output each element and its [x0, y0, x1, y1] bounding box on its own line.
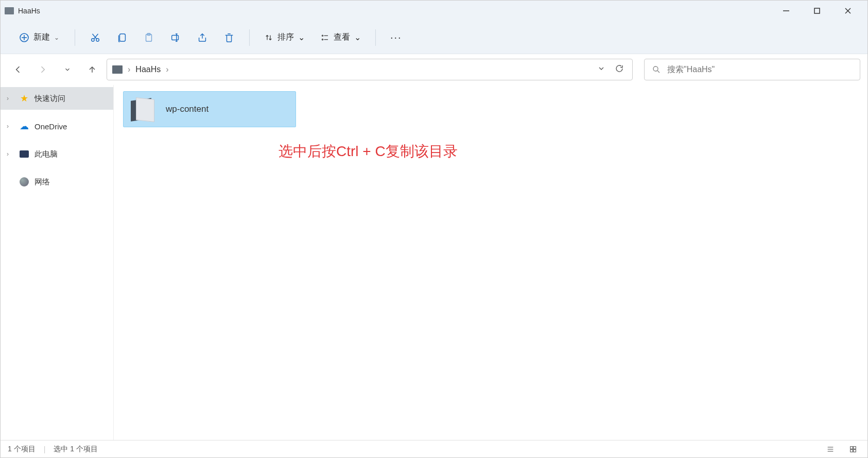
rename-button[interactable]: [165, 27, 186, 48]
svg-line-24: [657, 71, 659, 73]
chevron-down-icon: ⌄: [354, 32, 361, 42]
svg-rect-1: [814, 8, 820, 13]
sort-label: 排序: [277, 32, 294, 43]
chevron-down-icon: ⌄: [298, 32, 305, 42]
close-button[interactable]: [832, 1, 863, 21]
sidebar-item-quick-access[interactable]: › ★ 快速访问: [1, 87, 113, 110]
window-folder-icon: [5, 7, 14, 14]
navigation-pane: › ★ 快速访问 › ☁ OneDrive › 此电脑 网络: [1, 85, 114, 440]
details-view-button[interactable]: [823, 443, 838, 455]
sidebar-item-label: 快速访问: [34, 94, 65, 104]
sort-button[interactable]: 排序 ⌄: [259, 27, 310, 48]
sidebar-item-onedrive[interactable]: › ☁ OneDrive: [1, 115, 113, 138]
chevron-right-icon: ›: [7, 123, 14, 130]
breadcrumb-current[interactable]: HaaHs: [135, 65, 161, 74]
toolbar-separator: [75, 29, 75, 46]
forward-button[interactable]: [32, 59, 53, 80]
star-icon: ★: [19, 93, 29, 104]
view-label: 查看: [334, 32, 350, 43]
sidebar-item-network[interactable]: 网络: [1, 171, 113, 193]
more-button[interactable]: ···: [385, 31, 407, 43]
title-bar: HaaHs: [1, 1, 867, 21]
cut-button[interactable]: [84, 27, 106, 48]
chevron-down-icon: ⌄: [54, 34, 59, 41]
paste-button[interactable]: [138, 27, 160, 48]
svg-point-20: [322, 39, 323, 40]
icons-view-button[interactable]: [846, 443, 860, 455]
annotation-text: 选中后按Ctrl + C复制该目录: [279, 142, 458, 161]
chevron-right-icon: ›: [7, 95, 14, 102]
minimize-button[interactable]: [771, 1, 802, 21]
folder-name: wp-content: [166, 104, 209, 114]
globe-icon: [19, 177, 29, 187]
sidebar-item-this-pc[interactable]: › 此电脑: [1, 143, 113, 165]
new-label: 新建: [33, 32, 50, 43]
address-bar[interactable]: › HaaHs ›: [107, 59, 633, 80]
explorer-body: › ★ 快速访问 › ☁ OneDrive › 此电脑 网络 wp-conten: [1, 85, 867, 440]
folder-item-wp-content[interactable]: wp-content: [123, 91, 296, 127]
breadcrumb-separator: ›: [166, 65, 168, 74]
sidebar-item-label: 此电脑: [34, 149, 58, 159]
nav-bar: › HaaHs ›: [1, 54, 867, 85]
content-pane[interactable]: wp-content 选中后按Ctrl + C复制该目录: [114, 85, 867, 440]
svg-rect-29: [854, 446, 856, 449]
recent-locations-button[interactable]: [57, 59, 78, 80]
item-count: 1 个项目: [8, 445, 36, 454]
toolbar-separator: [375, 29, 376, 46]
sidebar-item-label: OneDrive: [34, 122, 67, 131]
view-button[interactable]: 查看 ⌄: [315, 27, 366, 48]
selection-count: 选中 1 个项目: [54, 445, 98, 454]
sidebar-item-label: 网络: [34, 177, 50, 187]
search-input[interactable]: [667, 65, 853, 74]
new-button[interactable]: 新建 ⌄: [13, 27, 65, 48]
svg-rect-31: [854, 449, 856, 452]
svg-rect-14: [172, 35, 179, 40]
share-button[interactable]: [192, 27, 213, 48]
chevron-right-icon: ›: [7, 150, 14, 158]
delete-button[interactable]: [218, 27, 240, 48]
toolbar-separator: [249, 29, 250, 46]
search-icon: [652, 65, 661, 74]
cloud-icon: ☁: [19, 121, 29, 131]
maximize-button[interactable]: [802, 1, 832, 21]
back-button[interactable]: [8, 59, 28, 80]
svg-rect-11: [119, 33, 125, 41]
refresh-button[interactable]: [615, 64, 624, 75]
folder-icon: [129, 96, 157, 122]
search-box[interactable]: [644, 59, 860, 80]
status-bar: 1 个项目 | 选中 1 个项目: [1, 440, 867, 457]
up-button[interactable]: [82, 59, 102, 80]
window-title: HaaHs: [18, 7, 40, 15]
breadcrumb-separator: ›: [128, 65, 130, 74]
svg-point-23: [653, 66, 658, 71]
folder-icon: [112, 65, 123, 74]
monitor-icon: [19, 149, 29, 159]
toolbar: 新建 ⌄ 排序 ⌄ 查看 ⌄ ···: [1, 21, 867, 54]
svg-rect-30: [850, 449, 853, 452]
svg-rect-28: [850, 446, 853, 449]
copy-button[interactable]: [111, 27, 133, 48]
svg-point-19: [322, 35, 323, 36]
chevron-down-icon[interactable]: [597, 64, 605, 75]
